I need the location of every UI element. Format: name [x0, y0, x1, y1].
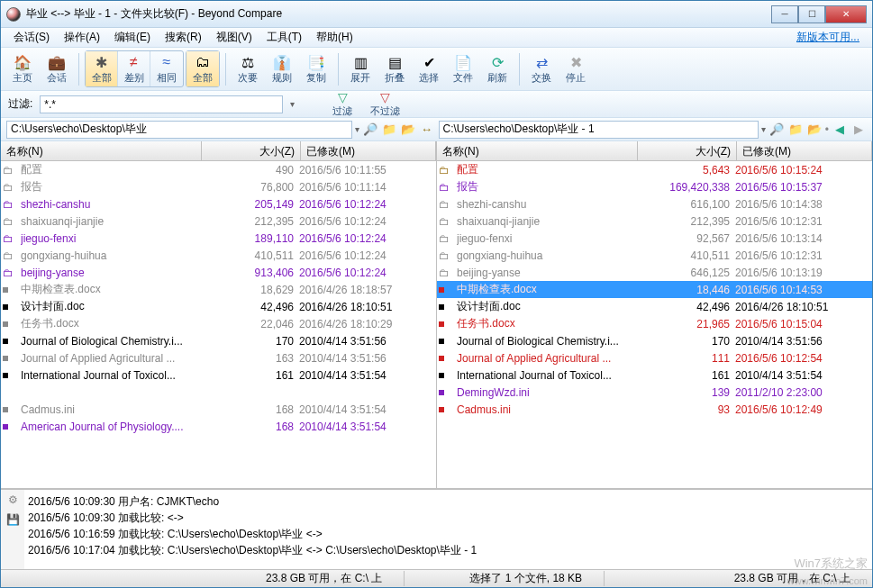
- file-size: 161: [636, 369, 735, 382]
- diff-button[interactable]: ≠差别: [118, 51, 150, 86]
- menu-tools[interactable]: 工具(T): [259, 28, 309, 47]
- file-size: 189,110: [200, 232, 299, 245]
- session-button[interactable]: 💼会话: [41, 51, 73, 86]
- file-button[interactable]: 📄文件: [447, 51, 479, 86]
- left-folder-icon[interactable]: 📁: [381, 122, 397, 138]
- home-button[interactable]: 🏠主页: [6, 51, 39, 86]
- file-row[interactable]: 设计封面.doc42,4962016/4/26 18:10:51: [1, 298, 436, 315]
- right-up-icon[interactable]: 📂: [806, 122, 823, 138]
- file-row[interactable]: American Journal of Physiology....168201…: [1, 418, 436, 435]
- left-history-icon[interactable]: ↔: [419, 122, 435, 138]
- collapse-button[interactable]: ▤折叠: [378, 51, 411, 86]
- file-row[interactable]: [1, 384, 436, 401]
- file-row[interactable]: Journal of Applied Agricultural ...11120…: [437, 349, 872, 366]
- file-size: 410,511: [200, 249, 299, 262]
- file-row[interactable]: 任务书.docx21,9652016/5/6 10:15:04: [437, 315, 872, 332]
- file-size: 18,446: [636, 284, 735, 296]
- file-row[interactable]: 🗀shezhi-canshu616,1002016/5/6 10:14:38: [437, 195, 872, 213]
- left-col-mod[interactable]: 已修改(M): [301, 141, 436, 160]
- left-browse-icon[interactable]: 🔎: [362, 122, 378, 138]
- file-row[interactable]: Cadmus.ini932016/5/6 10:12:49: [437, 401, 872, 418]
- right-file-list[interactable]: 🗀配置5,6432016/5/6 10:15:24🗀报告169,420,3382…: [437, 161, 872, 488]
- no-filter-button[interactable]: ▽不过滤: [365, 90, 405, 118]
- apply-filter-button[interactable]: ▽过滤: [327, 90, 358, 118]
- title-bar: 毕业 <--> 毕业 - 1 - 文件夹比较(F) - Beyond Compa…: [1, 1, 872, 28]
- stop-button[interactable]: ✖停止: [559, 51, 592, 86]
- right-col-mod[interactable]: 已修改(M): [737, 141, 872, 160]
- menu-session[interactable]: 会话(S): [6, 28, 57, 47]
- select-button[interactable]: ✔选择: [413, 51, 445, 86]
- new-version-link[interactable]: 新版本可用...: [796, 30, 867, 45]
- same-button[interactable]: ≈相同: [150, 51, 183, 86]
- file-row[interactable]: 🗀报告169,420,3382016/5/6 10:15:37: [437, 178, 872, 195]
- file-row[interactable]: 🗀配置4902016/5/6 10:11:55: [1, 161, 436, 178]
- rules-button[interactable]: 👔规则: [266, 51, 298, 86]
- menu-help[interactable]: 帮助(H): [309, 28, 360, 47]
- log-gear-icon[interactable]: ⚙: [8, 493, 18, 506]
- minimize-button[interactable]: ─: [771, 5, 798, 23]
- file-row[interactable]: DemingWzd.ini1392011/2/10 2:23:00: [437, 384, 872, 401]
- left-path-input[interactable]: [6, 121, 352, 139]
- folder-icon: 🗀: [3, 215, 17, 228]
- file-row[interactable]: 🗀shaixuanqi-jianjie212,3952016/5/6 10:12…: [1, 213, 436, 230]
- file-row[interactable]: 🗀shaixuanqi-jianjie212,3952016/5/6 10:12…: [437, 213, 872, 230]
- file-row[interactable]: 🗀shezhi-canshu205,1492016/5/6 10:12:24: [1, 195, 436, 213]
- file-size: 163: [200, 352, 299, 365]
- log-save-icon[interactable]: 💾: [6, 513, 20, 526]
- all-structure-button[interactable]: 🗂全部: [186, 51, 219, 86]
- file-row[interactable]: 中期检查表.docx18,4462016/5/6 10:14:53: [437, 281, 872, 298]
- copy-button[interactable]: 📑复制: [300, 51, 332, 86]
- file-row[interactable]: 任务书.docx22,0462016/4/26 18:10:29: [1, 315, 436, 332]
- left-file-list[interactable]: 🗀配置4902016/5/6 10:11:55🗀报告76,8002016/5/6…: [1, 161, 436, 488]
- all-button[interactable]: ✱全部: [86, 51, 118, 86]
- file-row[interactable]: 🗀报告76,8002016/5/6 10:11:14: [1, 178, 436, 195]
- refresh-button[interactable]: ⟳刷新: [481, 51, 514, 86]
- close-button[interactable]: ✕: [825, 5, 867, 23]
- file-row[interactable]: Cadmus.ini1682010/4/14 3:51:54: [1, 401, 436, 418]
- expand-button[interactable]: ▥展开: [344, 51, 377, 86]
- left-up-icon[interactable]: 📂: [400, 122, 416, 138]
- file-row[interactable]: Journal of Applied Agricultural ...16320…: [1, 349, 436, 366]
- file-row[interactable]: 🗀gongxiang-huihua410,5112016/5/6 10:12:2…: [1, 247, 436, 264]
- right-browse-icon[interactable]: 🔎: [768, 122, 785, 138]
- file-row[interactable]: 🗀beijing-yanse646,1252016/5/6 10:13:19: [437, 264, 872, 281]
- right-col-size[interactable]: 大小(Z): [638, 141, 737, 160]
- menu-view[interactable]: 视图(V): [209, 28, 259, 47]
- file-name: shezhi-canshu: [21, 198, 200, 211]
- log-text[interactable]: 2016/5/6 10:09:30 用户名: CJMKT\echo2016/5/…: [24, 490, 872, 569]
- file-size: 913,406: [200, 267, 299, 279]
- file-row[interactable]: 设计封面.doc42,4962016/4/26 18:10:51: [437, 298, 872, 315]
- file-row[interactable]: Journal of Biological Chemistry.i...1702…: [437, 332, 872, 349]
- file-name: gongxiang-huihua: [457, 249, 636, 262]
- swap-button[interactable]: ⇄交换: [525, 51, 558, 86]
- file-row[interactable]: 🗀jieguo-fenxi92,5672016/5/6 10:13:14: [437, 230, 872, 247]
- maximize-button[interactable]: ☐: [798, 5, 825, 23]
- filter-bar: 过滤: ▾ ▽过滤 ▽不过滤: [1, 91, 872, 118]
- file-row[interactable]: 🗀jieguo-fenxi189,1102016/5/6 10:12:24: [1, 230, 436, 247]
- minor-button[interactable]: ⚖次要: [232, 51, 264, 86]
- menu-edit[interactable]: 编辑(E): [107, 28, 158, 47]
- file-row[interactable]: International Journal of Toxicol...16120…: [1, 366, 436, 384]
- right-path-input[interactable]: [439, 121, 759, 139]
- right-fwd-icon[interactable]: ▶: [850, 122, 867, 138]
- file-bullet-icon: [439, 318, 453, 330]
- menu-search[interactable]: 搜索(R): [158, 28, 209, 47]
- file-row[interactable]: 🗀beijing-yanse913,4062016/5/6 10:12:24: [1, 264, 436, 281]
- file-bullet-icon: [3, 369, 17, 382]
- menu-action[interactable]: 操作(A): [57, 28, 107, 47]
- right-back-icon[interactable]: ◀: [832, 122, 848, 138]
- file-row[interactable]: International Journal of Toxicol...16120…: [437, 366, 872, 384]
- file-name: 任务书.docx: [457, 316, 636, 331]
- file-row[interactable]: 🗀配置5,6432016/5/6 10:15:24: [437, 161, 872, 178]
- folder-icon: 🗀: [439, 249, 453, 262]
- right-col-name[interactable]: 名称(N): [437, 141, 638, 160]
- file-row[interactable]: 🗀gongxiang-huihua410,5112016/5/6 10:12:3…: [437, 247, 872, 264]
- filter-input[interactable]: [40, 95, 283, 113]
- right-folder-icon[interactable]: 📁: [787, 122, 804, 138]
- file-row[interactable]: Journal of Biological Chemistry.i...1702…: [1, 332, 436, 349]
- status-selection: 选择了 1 个文件, 18 KB: [448, 571, 605, 586]
- left-col-name[interactable]: 名称(N): [1, 141, 202, 160]
- left-col-size[interactable]: 大小(Z): [202, 141, 301, 160]
- file-modified: 2016/5/6 10:15:04: [735, 318, 870, 330]
- file-row[interactable]: 中期检查表.docx18,6292016/4/26 18:18:57: [1, 281, 436, 298]
